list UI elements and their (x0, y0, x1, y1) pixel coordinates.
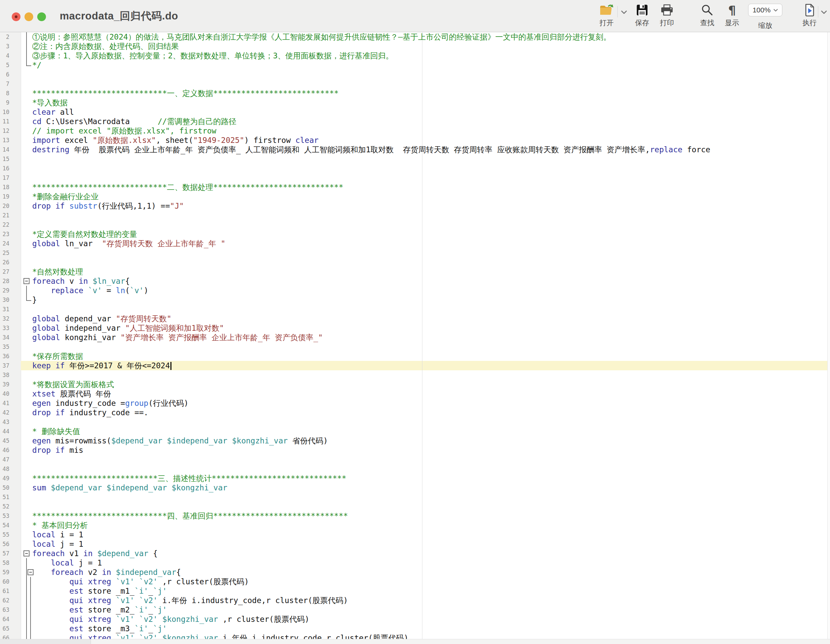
print-button[interactable]: 打印 (655, 2, 679, 30)
code-line[interactable]: 59 foreach v2 in $independ_var{ (0, 568, 830, 577)
code-line[interactable]: 44* 删除缺失值 (0, 427, 830, 436)
code-text[interactable]: */ (32, 60, 830, 70)
save-button[interactable]: 保存 (630, 2, 654, 30)
code-line[interactable]: 31 (0, 305, 830, 314)
code-text[interactable]: *将数据设置为面板格式 (32, 380, 830, 389)
code-line[interactable]: 16 (0, 164, 830, 173)
code-text[interactable]: clear all (32, 107, 830, 117)
code-line[interactable]: 21 (0, 210, 830, 220)
fold-collapse-box-icon[interactable] (24, 278, 30, 284)
zoom-window-button[interactable] (37, 13, 46, 21)
code-line[interactable]: 25 (0, 248, 830, 258)
code-text[interactable]: local j = 1 (32, 558, 830, 568)
code-line[interactable]: 29 replace `v' = ln(`v') (0, 286, 830, 295)
code-line[interactable]: 49***************************三、描述性统计****… (0, 474, 830, 483)
code-line[interactable]: 11cd C:\Users\Macrodata //需调整为自己的路径 (0, 117, 830, 126)
open-button[interactable]: 打开 (594, 2, 619, 30)
code-line[interactable]: 12// import excel "原始数据.xlsx", firstrow (0, 126, 830, 136)
code-line[interactable]: 19*删除金融行业企业 (0, 192, 830, 201)
code-text[interactable] (32, 248, 830, 258)
code-line[interactable]: 41egen industry_code =group(行业代码) (0, 399, 830, 408)
code-text[interactable]: *导入数据 (32, 98, 830, 107)
code-text[interactable]: ②注：内含原始数据、处理代码、回归结果 (32, 41, 830, 51)
show-invisibles-button[interactable]: ¶ 显示 (720, 2, 744, 30)
code-text[interactable] (32, 492, 830, 502)
code-line[interactable]: 13import excel "原始数据.xlsx", sheet("1949-… (0, 136, 830, 145)
code-line[interactable]: 36*保存所需数据 (0, 351, 830, 361)
code-text[interactable]: * 基本回归分析 (32, 521, 830, 530)
code-line[interactable]: 39*将数据设置为面板格式 (0, 380, 830, 389)
code-line[interactable]: 22 (0, 220, 830, 229)
code-text[interactable] (32, 173, 830, 182)
code-text[interactable] (32, 164, 830, 173)
code-line[interactable]: 40xtset 股票代码 年份 (0, 389, 830, 399)
zoom-level-control[interactable]: 100% (748, 4, 782, 16)
code-text[interactable] (32, 258, 830, 267)
horizontal-scrollbar[interactable] (0, 639, 830, 644)
code-line[interactable]: 62 qui xtreg `v1' `v2' i.年份 i.industry_c… (0, 596, 830, 605)
code-line[interactable]: 4③步骤：1、导入原始数据、控制变量；2、数据对数处理、单位转换；3、使用面板数… (0, 51, 830, 60)
close-window-button[interactable] (12, 13, 21, 21)
code-line[interactable]: 48 (0, 464, 830, 474)
code-text[interactable]: local j = 1 (32, 540, 830, 549)
code-text[interactable]: global ln_var "存货周转天数 企业上市年龄_年 " (32, 239, 830, 248)
code-line[interactable]: 35 (0, 342, 830, 351)
fold-collapse-box-icon[interactable] (24, 551, 30, 557)
code-text[interactable]: ③步骤：1、导入原始数据、控制变量；2、数据对数处理、单位转换；3、使用面板数据… (32, 51, 830, 60)
code-line[interactable]: 50sum $depend_var $independ_var $kongzhi… (0, 483, 830, 492)
run-menu-chevron-icon[interactable] (820, 9, 828, 16)
code-line[interactable]: 42drop if industry_code ==. (0, 408, 830, 417)
code-line[interactable]: 7 (0, 79, 830, 89)
code-line[interactable]: 47 (0, 455, 830, 464)
code-text[interactable] (32, 305, 830, 314)
code-text[interactable]: *保存所需数据 (32, 351, 830, 361)
code-text[interactable]: *****************************二、数据处理*****… (32, 182, 830, 192)
code-line[interactable]: 64 qui xtreg `v1' `v2' $kongzhi_var ,r c… (0, 614, 830, 624)
code-line[interactable]: 18*****************************二、数据处理***… (0, 182, 830, 192)
code-line[interactable]: 5*/ (0, 60, 830, 70)
code-text[interactable]: global depend_var "存货周转天数" (32, 314, 830, 323)
code-line[interactable]: 45egen mis=rowmiss($depend_var $independ… (0, 436, 830, 445)
code-line[interactable]: 32global depend_var "存货周转天数" (0, 314, 830, 323)
code-line[interactable]: 17 (0, 173, 830, 182)
minimize-window-button[interactable] (24, 13, 33, 21)
code-text[interactable]: *自然对数处理 (32, 267, 830, 276)
code-text[interactable]: drop if substr(行业代码,1,1) =="J" (32, 201, 830, 210)
code-text[interactable]: qui xtreg `v1' `v2' $kongzhi_var ,r clus… (32, 614, 830, 624)
code-text[interactable]: qui xtreg `v1' `v2' i.年份 i.industry_code… (32, 596, 830, 605)
code-text[interactable] (32, 79, 830, 89)
code-text[interactable] (32, 464, 830, 474)
code-text[interactable]: cd C:\Users\Macrodata //需调整为自己的路径 (32, 117, 830, 126)
code-line[interactable]: 57foreach v1 in $depend_var { (0, 549, 830, 558)
code-line[interactable]: 58 local j = 1 (0, 558, 830, 568)
code-line[interactable]: 61 est store _m1_`i'_`j' (0, 586, 830, 596)
code-text[interactable] (32, 342, 830, 351)
code-text[interactable] (32, 70, 830, 79)
code-text[interactable]: local i = 1 (32, 530, 830, 540)
find-button[interactable]: 查找 (695, 2, 719, 30)
code-line[interactable]: 52 (0, 502, 830, 511)
code-line[interactable]: 63 est store _m2_`i'_`j' (0, 605, 830, 614)
code-line[interactable]: 28foreach v in $ln_var{ (0, 276, 830, 286)
code-line[interactable]: 6 (0, 70, 830, 79)
code-text[interactable]: foreach v in $ln_var{ (32, 276, 830, 286)
code-line[interactable]: 24global ln_var "存货周转天数 企业上市年龄_年 " (0, 239, 830, 248)
code-text[interactable] (32, 455, 830, 464)
code-line[interactable]: 20drop if substr(行业代码,1,1) =="J" (0, 201, 830, 210)
code-text[interactable]: foreach v1 in $depend_var { (32, 549, 830, 558)
vertical-scrollbar[interactable] (827, 32, 830, 639)
code-line[interactable]: 55local i = 1 (0, 530, 830, 540)
code-line[interactable]: 9*导入数据 (0, 98, 830, 107)
code-line[interactable]: 56local j = 1 (0, 540, 830, 549)
code-text[interactable]: est store _m1_`i'_`j' (32, 586, 830, 596)
code-text[interactable]: sum $depend_var $independ_var $kongzhi_v… (32, 483, 830, 492)
code-line[interactable]: 2①说明：参照邓慧慧（2024）的做法，马克团队对来自浙江大学学报《人工智能发展… (0, 32, 830, 41)
open-menu-chevron-icon[interactable] (620, 9, 628, 16)
code-line[interactable]: 10clear all (0, 107, 830, 117)
code-text[interactable]: ***************************三、描述性统计******… (32, 474, 830, 483)
code-line[interactable]: 65 est store _m3_`i'_`j' (0, 624, 830, 633)
code-line[interactable]: 27*自然对数处理 (0, 267, 830, 276)
code-text[interactable]: * 删除缺失值 (32, 427, 830, 436)
code-text[interactable]: replace `v' = ln(`v') (32, 286, 830, 295)
do-file-editor[interactable]: 2①说明：参照邓慧慧（2024）的做法，马克团队对来自浙江大学学报《人工智能发展… (0, 32, 830, 644)
